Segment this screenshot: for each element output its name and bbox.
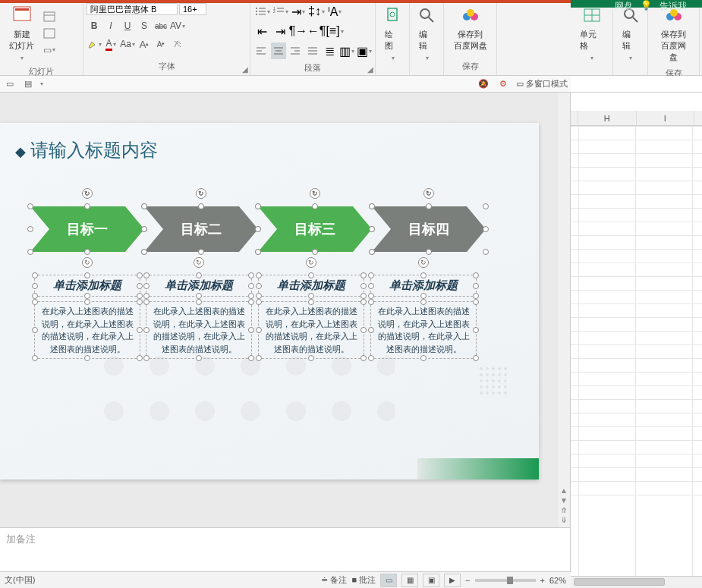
new-slide-button[interactable]: 新建 幻灯片▾: [3, 2, 40, 64]
rtl-button[interactable]: ←¶: [308, 23, 325, 39]
font-color-button[interactable]: A▾: [103, 36, 118, 52]
font-size-input[interactable]: [179, 3, 206, 15]
tellme-icon: 💡: [641, 0, 652, 13]
highlight-button[interactable]: ▾: [87, 36, 102, 52]
scroll-up-icon[interactable]: ▲: [560, 486, 568, 495]
mute-icon[interactable]: 🔕: [477, 77, 490, 91]
multiwindow-button[interactable]: ▭ 多窗口模式: [516, 78, 568, 90]
arrow-shape[interactable]: 目标四 ↻: [372, 206, 486, 252]
settings-icon[interactable]: ⚙: [496, 77, 510, 91]
comments-toggle[interactable]: ■ 批注: [351, 574, 376, 586]
netdisk-link[interactable]: 网盘: [615, 0, 633, 13]
reset-icon[interactable]: [42, 26, 57, 41]
rotate-handle-icon[interactable]: ↻: [82, 257, 93, 268]
align-right-button[interactable]: [288, 42, 304, 59]
draw-icon: [382, 5, 403, 26]
language-indicator[interactable]: 文(中国): [5, 574, 35, 586]
body-textbox[interactable]: 在此录入上述图表的描述说明，在此录入上述图表的描述说明，在此录入上述图表的描述说…: [370, 301, 477, 359]
line-spacing-button[interactable]: ‡↕▾: [308, 3, 325, 20]
align-vert-button[interactable]: [≡]▾: [326, 23, 343, 39]
svg-point-9: [256, 14, 257, 15]
align-center-button[interactable]: [271, 42, 287, 59]
increase-indent-button[interactable]: ⇥: [272, 23, 288, 39]
rotate-handle-icon[interactable]: ↻: [423, 188, 434, 199]
arrow-shape[interactable]: 目标三 ↻: [258, 206, 372, 252]
rotate-handle-icon[interactable]: ↻: [82, 188, 93, 199]
svg-point-33: [467, 9, 474, 17]
body-textbox[interactable]: 在此录入上述图表的描述说明，在此录入上述图表的描述说明，在此录入上述图表的描述说…: [34, 301, 140, 359]
cells-button[interactable]: 单元格▾: [574, 2, 609, 64]
arrow-shape[interactable]: 目标二 ↻: [144, 206, 258, 252]
excel-column-headers[interactable]: H I: [571, 111, 702, 126]
view-outline-icon[interactable]: ▤: [21, 77, 35, 91]
layout-icon[interactable]: [42, 9, 57, 24]
font-dialog-launcher-icon[interactable]: ◢: [242, 65, 248, 74]
svg-line-38: [633, 17, 637, 22]
notes-toggle[interactable]: ≐ 备注: [321, 574, 347, 586]
subtitle-textbox[interactable]: 单击添加标题 ↻: [34, 275, 140, 297]
rotate-handle-icon[interactable]: ↻: [418, 257, 429, 268]
align-justify-button[interactable]: [305, 42, 321, 59]
excel-grid[interactable]: [571, 126, 702, 576]
body-textbox[interactable]: 在此录入上述图表的描述说明，在此录入上述图表的描述说明，在此录入上述图表的描述说…: [258, 301, 364, 359]
subtitle-textbox[interactable]: 单击添加标题 ↻: [258, 275, 364, 297]
slide[interactable]: 请输入标题内容 目标一 ↻ 目标二 ↻ 目标三 ↻ 目标四 ↻ 单击添加标题 ↻…: [0, 123, 539, 480]
tellme-link[interactable]: 告诉我: [660, 0, 687, 13]
sorter-view-button[interactable]: ▦: [401, 574, 418, 587]
draw-button[interactable]: 绘图▾: [379, 2, 406, 64]
zoom-out-button[interactable]: −: [465, 576, 470, 585]
col-header[interactable]: I: [637, 111, 695, 125]
excel-hscrollbar[interactable]: [571, 576, 702, 588]
para-dialog-launcher-icon[interactable]: ◢: [367, 65, 373, 74]
edit-button[interactable]: 编辑▾: [413, 2, 440, 64]
slide-title[interactable]: 请输入标题内容: [15, 138, 158, 162]
paragraph-group-label: 段落: [253, 61, 372, 75]
font-name-input[interactable]: [87, 3, 178, 15]
view-normal-icon[interactable]: ▭: [3, 77, 17, 91]
vertical-scrollbar[interactable]: ▲ ▼ ⤊ ⤋: [558, 93, 570, 527]
rotate-handle-icon[interactable]: ↻: [310, 188, 320, 199]
change-case-button[interactable]: Aa▾: [120, 36, 135, 52]
grow-font-button[interactable]: A▴: [137, 36, 152, 52]
font-group-label: 字体: [87, 59, 247, 74]
decrease-indent-button[interactable]: ⇤: [253, 23, 270, 39]
save-baidu-button[interactable]: 保存到 百度网盘: [447, 2, 493, 55]
strike-button[interactable]: abc: [153, 18, 168, 33]
rotate-handle-icon[interactable]: ↻: [196, 188, 206, 199]
columns-button[interactable]: ▥▾: [339, 42, 355, 59]
text-direction-button[interactable]: ᴵA▾: [326, 3, 343, 20]
reading-view-button[interactable]: ▣: [423, 574, 439, 587]
zoom-in-button[interactable]: +: [540, 576, 545, 585]
section-icon[interactable]: ▭▾: [42, 42, 57, 58]
next-slide-icon[interactable]: ⤋: [561, 516, 567, 524]
prev-slide-icon[interactable]: ⤊: [561, 506, 567, 514]
zoom-slider[interactable]: [475, 579, 536, 582]
col-header[interactable]: H: [578, 111, 637, 125]
shrink-font-button[interactable]: A▾: [153, 36, 168, 52]
slideshow-button[interactable]: ▶: [444, 574, 461, 587]
convert-smartart-button[interactable]: ▣▾: [356, 42, 372, 59]
bold-button[interactable]: B: [87, 18, 102, 33]
align-left-button[interactable]: [253, 42, 269, 59]
shadow-button[interactable]: S: [137, 18, 152, 33]
normal-view-button[interactable]: ▭: [380, 574, 397, 587]
italic-button[interactable]: I: [103, 18, 118, 33]
subtitle-textbox[interactable]: 单击添加标题 ↻: [146, 275, 252, 297]
body-textbox[interactable]: 在此录入上述图表的描述说明，在此录入上述图表的描述说明，在此录入上述图表的描述说…: [146, 301, 252, 359]
distribute-button[interactable]: ≣: [322, 42, 338, 59]
underline-button[interactable]: U: [120, 18, 135, 33]
ltr-button[interactable]: ¶→: [290, 23, 307, 39]
scroll-down-icon[interactable]: ▼: [560, 496, 568, 505]
arrow-shape[interactable]: 目标一 ↻: [30, 206, 144, 252]
bullets-button[interactable]: ▾: [253, 3, 270, 20]
subtitle-textbox[interactable]: 单击添加标题 ↻: [370, 275, 477, 297]
clear-format-button[interactable]: [170, 36, 185, 52]
char-spacing-button[interactable]: AV▾: [170, 18, 185, 33]
svg-rect-1: [15, 8, 29, 11]
rotate-handle-icon[interactable]: ↻: [194, 257, 204, 268]
zoom-value[interactable]: 62%: [549, 576, 566, 585]
excel-formula-bar[interactable]: [571, 76, 702, 93]
rotate-handle-icon[interactable]: ↻: [306, 257, 316, 268]
indent-button[interactable]: ⇥▾: [290, 3, 307, 20]
numbering-button[interactable]: 12▾: [272, 3, 288, 20]
